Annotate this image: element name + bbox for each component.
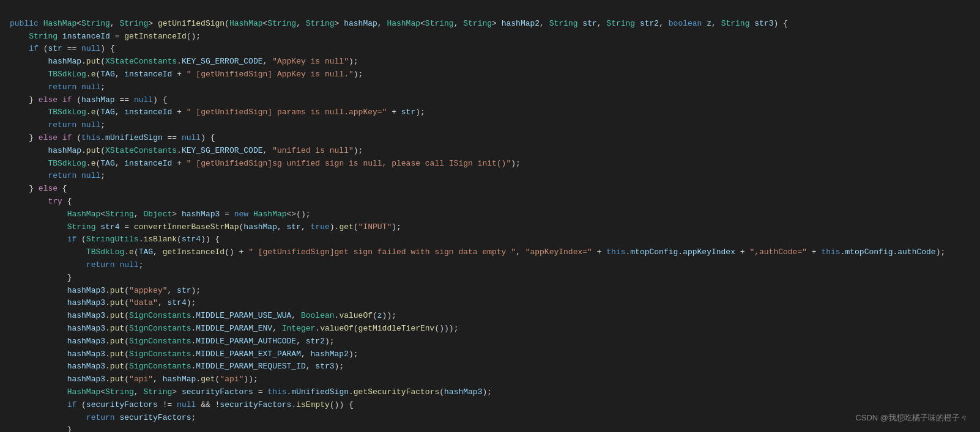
code-block: public HashMap<String, String> getUnifie… <box>0 0 980 432</box>
watermark: CSDN @我想吃橘子味的橙子々 <box>855 412 968 425</box>
